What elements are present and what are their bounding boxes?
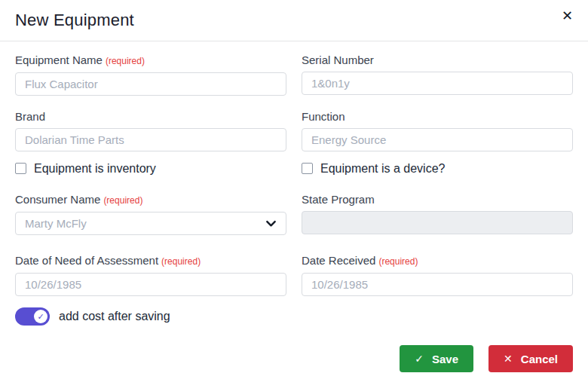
new-equipment-modal: New Equipment ✕ Equipment Name(required)…: [0, 0, 588, 373]
equipment-name-input[interactable]: [15, 72, 286, 96]
required-tag: (required): [106, 56, 145, 66]
function-group: Function: [302, 111, 573, 151]
date-of-need-label: Date of Need of Assessment(required): [15, 255, 286, 268]
add-cost-toggle-group: ✓ add cost after saving: [15, 307, 286, 326]
modal-footer: ✓ Save ✕ Cancel: [0, 345, 588, 373]
inventory-checkbox-label: Equipment is inventory: [34, 162, 156, 175]
x-icon: ✕: [504, 353, 513, 365]
save-button-label: Save: [432, 353, 458, 365]
brand-group: Brand: [15, 111, 286, 151]
add-cost-toggle[interactable]: ✓: [15, 307, 50, 326]
modal-title: New Equipment: [15, 11, 134, 30]
equipment-name-label: Equipment Name(required): [15, 54, 286, 67]
consumer-name-selected-value: Marty McFly: [25, 217, 87, 230]
date-of-need-label-text: Date of Need of Assessment: [15, 254, 158, 267]
cancel-button-label: Cancel: [521, 353, 558, 365]
date-received-group: Date Received(required): [302, 255, 573, 296]
inventory-checkbox[interactable]: [15, 163, 26, 174]
equipment-name-group: Equipment Name(required): [15, 54, 286, 96]
brand-label: Brand: [15, 111, 286, 123]
save-button[interactable]: ✓ Save: [400, 345, 473, 372]
device-checkbox-group: Equipment is a device?: [302, 162, 573, 175]
serial-number-label: Serial Number: [302, 54, 573, 66]
check-icon: ✓: [415, 353, 424, 365]
state-program-group: State Program: [302, 194, 573, 235]
device-checkbox-label: Equipment is a device?: [320, 162, 445, 175]
close-icon[interactable]: ✕: [559, 6, 576, 26]
date-received-label-text: Date Received: [302, 254, 375, 267]
function-label: Function: [302, 111, 573, 123]
state-program-input: [302, 211, 573, 234]
modal-header: New Equipment ✕: [0, 0, 588, 41]
modal-body: Equipment Name(required) Serial Number B…: [0, 41, 588, 345]
add-cost-toggle-label: add cost after saving: [59, 310, 170, 323]
device-checkbox[interactable]: [302, 163, 313, 174]
consumer-name-select[interactable]: Marty McFly: [15, 212, 286, 235]
date-received-input[interactable]: [302, 273, 573, 296]
inventory-checkbox-group: Equipment is inventory: [15, 162, 286, 175]
toggle-check-icon: ✓: [34, 310, 47, 323]
serial-number-group: Serial Number: [302, 54, 573, 96]
chevron-down-icon: [265, 218, 277, 229]
equipment-name-label-text: Equipment Name: [15, 54, 103, 66]
date-of-need-group: Date of Need of Assessment(required): [15, 255, 286, 296]
brand-input[interactable]: [15, 128, 286, 151]
required-tag: (required): [103, 195, 142, 206]
consumer-name-label-text: Consumer Name: [15, 193, 100, 206]
required-tag: (required): [378, 256, 418, 267]
date-of-need-input[interactable]: [15, 273, 286, 296]
date-received-label: Date Received(required): [302, 255, 573, 268]
consumer-name-group: Consumer Name(required) Marty McFly: [15, 194, 286, 235]
consumer-name-label: Consumer Name(required): [15, 194, 286, 206]
required-tag: (required): [161, 256, 201, 267]
function-input[interactable]: [302, 128, 573, 151]
state-program-label: State Program: [302, 194, 573, 206]
serial-number-input[interactable]: [302, 72, 573, 95]
cancel-button[interactable]: ✕ Cancel: [488, 345, 573, 372]
